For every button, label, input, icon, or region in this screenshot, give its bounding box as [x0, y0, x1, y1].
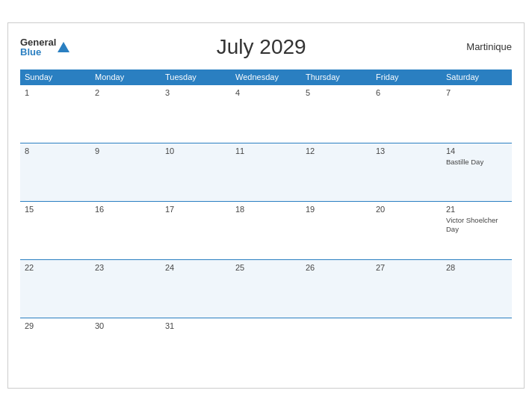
calendar-cell: 31	[161, 318, 231, 376]
day-number: 13	[376, 146, 437, 155]
logo-icon	[57, 40, 70, 54]
weekday-header: Saturday	[442, 69, 512, 85]
day-number: 15	[25, 205, 86, 214]
day-number: 20	[376, 205, 437, 214]
calendar-cell: 22	[20, 259, 90, 318]
calendar-cell: 10	[161, 143, 231, 201]
calendar-cell: 30	[90, 318, 161, 376]
logo-general-text: General	[20, 37, 56, 47]
day-number: 30	[95, 321, 156, 330]
calendar-cell: 26	[301, 259, 371, 318]
day-number: 24	[165, 263, 226, 272]
logo: General Blue	[20, 37, 70, 57]
holiday-label: Victor Shoelcher Day	[446, 216, 507, 235]
svg-marker-0	[58, 42, 69, 52]
day-number: 2	[95, 88, 156, 97]
calendar-cell: 21Victor Shoelcher Day	[442, 201, 512, 259]
calendar-cell: 17	[161, 201, 231, 259]
calendar-week-row: 293031	[20, 318, 512, 376]
day-number: 11	[235, 146, 297, 155]
day-number: 27	[376, 263, 437, 272]
calendar-cell: 9	[90, 143, 161, 201]
day-number: 17	[165, 205, 226, 214]
calendar-cell: 20	[371, 201, 442, 259]
weekday-header: Monday	[90, 69, 161, 85]
calendar-cell	[301, 318, 371, 376]
weekday-header: Tuesday	[161, 69, 231, 85]
calendar-week-row: 22232425262728	[20, 259, 512, 318]
weekday-header-row: SundayMondayTuesdayWednesdayThursdayFrid…	[20, 69, 512, 85]
calendar-cell: 23	[90, 259, 161, 318]
logo-blue-text: Blue	[20, 47, 56, 57]
calendar-cell: 1	[20, 84, 90, 143]
day-number: 12	[306, 146, 367, 155]
day-number: 31	[165, 321, 226, 330]
calendar-cell	[442, 318, 512, 376]
day-number: 23	[95, 263, 156, 272]
day-number: 28	[446, 263, 507, 272]
day-number: 16	[95, 205, 156, 214]
day-number: 19	[306, 205, 367, 214]
weekday-header: Sunday	[20, 69, 90, 85]
month-title: July 2029	[70, 35, 452, 59]
calendar-cell: 3	[161, 84, 231, 143]
calendar-cell: 11	[231, 143, 301, 201]
day-number: 9	[95, 146, 156, 155]
calendar-cell	[371, 318, 442, 376]
day-number: 29	[25, 321, 86, 330]
day-number: 22	[25, 263, 86, 272]
weekday-header: Friday	[371, 69, 442, 85]
calendar-container: General Blue July 2029 Martinique Sunday…	[7, 22, 525, 389]
calendar-week-row: 891011121314Bastille Day	[20, 143, 512, 201]
calendar-cell: 2	[90, 84, 161, 143]
day-number: 26	[306, 263, 367, 272]
calendar-cell: 13	[371, 143, 442, 201]
day-number: 25	[235, 263, 297, 272]
calendar-cell: 27	[371, 259, 442, 318]
day-number: 3	[165, 88, 226, 97]
calendar-table: SundayMondayTuesdayWednesdayThursdayFrid…	[20, 69, 512, 377]
calendar-cell: 14Bastille Day	[442, 143, 512, 201]
calendar-cell: 18	[231, 201, 301, 259]
calendar-cell: 16	[90, 201, 161, 259]
calendar-cell: 29	[20, 318, 90, 376]
calendar-cell: 6	[371, 84, 442, 143]
calendar-cell	[231, 318, 301, 376]
calendar-header: General Blue July 2029 Martinique	[20, 35, 512, 59]
day-number: 8	[25, 146, 86, 155]
day-number: 5	[306, 88, 367, 97]
calendar-cell: 25	[231, 259, 301, 318]
calendar-cell: 7	[442, 84, 512, 143]
day-number: 14	[446, 146, 507, 155]
calendar-cell: 19	[301, 201, 371, 259]
weekday-header: Wednesday	[231, 69, 301, 85]
calendar-cell: 28	[442, 259, 512, 318]
calendar-cell: 4	[231, 84, 301, 143]
calendar-cell: 24	[161, 259, 231, 318]
weekday-header: Thursday	[301, 69, 371, 85]
calendar-week-row: 15161718192021Victor Shoelcher Day	[20, 201, 512, 259]
day-number: 1	[25, 88, 86, 97]
calendar-cell: 15	[20, 201, 90, 259]
holiday-label: Bastille Day	[446, 158, 507, 167]
day-number: 18	[235, 205, 297, 214]
day-number: 6	[376, 88, 437, 97]
region-label: Martinique	[452, 41, 512, 52]
calendar-cell: 8	[20, 143, 90, 201]
calendar-cell: 12	[301, 143, 371, 201]
calendar-week-row: 1234567	[20, 84, 512, 143]
day-number: 21	[446, 205, 507, 214]
day-number: 7	[446, 88, 507, 97]
calendar-cell: 5	[301, 84, 371, 143]
day-number: 10	[165, 146, 226, 155]
day-number: 4	[235, 88, 297, 97]
